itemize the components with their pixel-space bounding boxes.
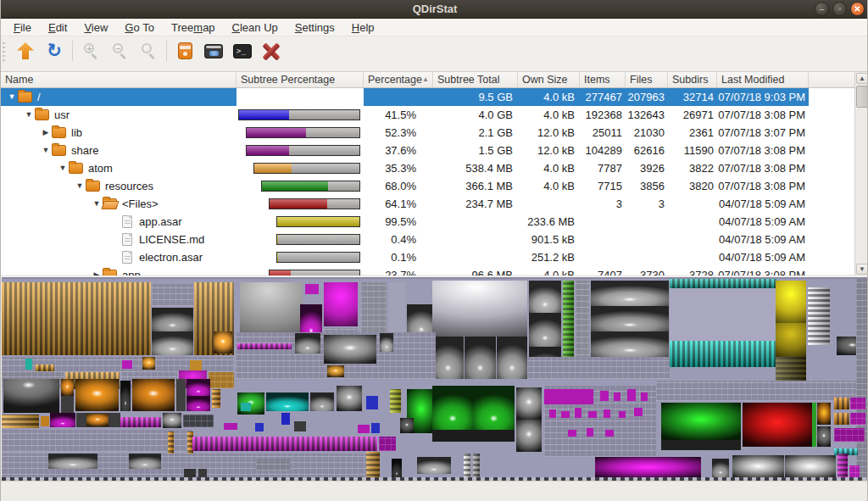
treemap-tile[interactable] [324, 335, 376, 364]
treemap-tile[interactable] [619, 411, 626, 418]
column-header-items[interactable]: Items [580, 72, 626, 87]
treemap-tile[interactable] [305, 284, 319, 294]
treemap-tile[interactable] [432, 337, 464, 379]
treemap-tile[interactable] [634, 408, 643, 416]
treemap-tile[interactable] [41, 416, 49, 426]
menu-edit[interactable]: Edit [41, 19, 75, 36]
close-button[interactable]: ✕ [850, 2, 865, 16]
treemap-tile[interactable] [432, 386, 473, 430]
treemap-tile[interactable] [776, 323, 806, 357]
menu-view[interactable]: View [76, 19, 115, 36]
treemap-tile[interactable] [163, 413, 181, 428]
treemap-tile[interactable] [527, 357, 670, 379]
treemap-tile[interactable] [785, 455, 836, 477]
treemap-tile[interactable] [776, 281, 806, 323]
collapse-icon[interactable]: ▼ [40, 142, 52, 159]
menu-clean-up[interactable]: Clean Up [225, 19, 286, 36]
treemap-tile[interactable] [132, 379, 175, 411]
treemap-tile[interactable] [432, 281, 527, 337]
menu-settings[interactable]: Settings [287, 19, 342, 36]
treemap-tile[interactable] [168, 431, 174, 455]
treemap-tile[interactable] [743, 403, 812, 447]
treemap-tile[interactable] [529, 313, 561, 347]
treemap-tile[interactable] [281, 413, 290, 425]
treemap-tile[interactable] [670, 288, 777, 341]
treemap-tile[interactable] [183, 415, 214, 427]
treemap-tile[interactable] [817, 426, 831, 447]
treemap-tile[interactable] [120, 381, 131, 411]
treemap-tile[interactable] [256, 459, 290, 470]
treemap-tile[interactable] [432, 430, 515, 442]
treemap-tile[interactable] [641, 392, 648, 401]
treemap-tile[interactable] [61, 396, 74, 413]
treemap-tile[interactable] [295, 333, 320, 353]
column-header-name[interactable]: Name [1, 72, 236, 87]
treemap-tile[interactable] [152, 284, 193, 306]
treemap-tile[interactable] [661, 440, 741, 450]
treemap-tile[interactable] [50, 413, 75, 427]
treemap-tile[interactable] [192, 437, 377, 451]
tree-row-files[interactable]: ▼<Files>64.1%234.7 MB3304/07/18 5:09 AM [1, 195, 809, 213]
treemap-tile[interactable] [392, 459, 402, 479]
tree-row-electron.asar[interactable]: electron.asar0.1%251.2 kB04/07/18 5:09 A… [1, 248, 809, 266]
treemap-tile[interactable] [241, 403, 251, 411]
treemap-tile[interactable] [812, 403, 816, 447]
treemap-tile[interactable] [465, 337, 496, 379]
treemap-tile[interactable] [190, 360, 202, 370]
treemap-view[interactable] [2, 277, 868, 481]
treemap-tile[interactable] [366, 452, 380, 479]
treemap-tile[interactable] [776, 357, 806, 382]
treemap-tile[interactable] [595, 457, 701, 477]
treemap-tile[interactable] [834, 413, 849, 425]
open-terminal-button[interactable]: >_ [228, 38, 257, 64]
menu-help[interactable]: Help [344, 19, 382, 36]
treemap-tile[interactable] [549, 409, 556, 418]
treemap-tile[interactable] [75, 379, 119, 411]
column-header-own-size[interactable]: Own Size [518, 72, 580, 87]
collapse-icon[interactable]: ▼ [74, 177, 86, 195]
open-file-manager-button[interactable] [199, 38, 228, 64]
treemap-tile[interactable] [358, 425, 370, 433]
treemap-tile[interactable] [856, 279, 868, 479]
treemap-tile[interactable] [473, 454, 480, 479]
treemap-tile[interactable] [670, 279, 777, 288]
treemap-tile[interactable] [591, 331, 669, 357]
treemap-tile[interactable] [561, 411, 570, 418]
maximize-button[interactable]: ▫ [832, 2, 847, 16]
treemap-tile[interactable] [656, 381, 856, 401]
refresh-button[interactable]: ↻ [40, 38, 69, 64]
column-header-percentage[interactable]: Percentage▲ [364, 72, 433, 87]
treemap-tile[interactable] [86, 414, 108, 426]
scroll-up-icon[interactable]: ▲ [856, 73, 868, 84]
treemap-tile[interactable] [120, 417, 161, 427]
treemap-tile[interactable] [209, 372, 234, 388]
treemap-tile[interactable] [544, 389, 593, 404]
treemap-tile[interactable] [390, 389, 401, 413]
column-header-subdirs[interactable]: Subdirs [668, 72, 717, 87]
collapse-icon[interactable]: ▼ [6, 88, 18, 106]
treemap-tile[interactable] [614, 392, 620, 401]
treemap-tile[interactable] [152, 331, 193, 355]
treemap-tile[interactable] [732, 455, 784, 477]
treemap-tile[interactable] [294, 421, 306, 431]
treemap-tile[interactable] [529, 281, 561, 313]
treemap-tile[interactable] [587, 428, 593, 437]
treemap-tile[interactable] [122, 360, 132, 369]
tree-row-lib[interactable]: ▶lib52.3%2.1 GB12.0 kB2501121030236107/0… [1, 124, 809, 142]
scroll-down-icon[interactable]: ▼ [856, 264, 868, 275]
treemap-tile[interactable] [324, 282, 358, 326]
treemap-tile[interactable] [266, 392, 309, 411]
treemap-tile[interactable] [600, 391, 609, 401]
tree-row-usr[interactable]: ▼usr41.5%4.0 GB4.0 kB1923681326432697107… [1, 106, 809, 124]
move-to-trash-button[interactable] [170, 38, 199, 64]
tree-row-[interactable]: ▼/9.5 GB4.0 kB2774672079633271407/07/18 … [1, 88, 809, 106]
tree-row-atom[interactable]: ▼atom35.3%538.4 MB4.0 kB77873926382207/0… [1, 159, 809, 177]
treemap-tile[interactable] [850, 398, 865, 409]
treemap-tile[interactable] [152, 308, 193, 331]
treemap-tile[interactable] [371, 423, 380, 433]
expand-icon[interactable]: ▶ [91, 266, 103, 276]
treemap-tile[interactable] [497, 337, 527, 379]
treemap-tile[interactable] [516, 420, 542, 452]
treemap-tile[interactable] [605, 430, 614, 437]
treemap-tile[interactable] [36, 365, 54, 371]
